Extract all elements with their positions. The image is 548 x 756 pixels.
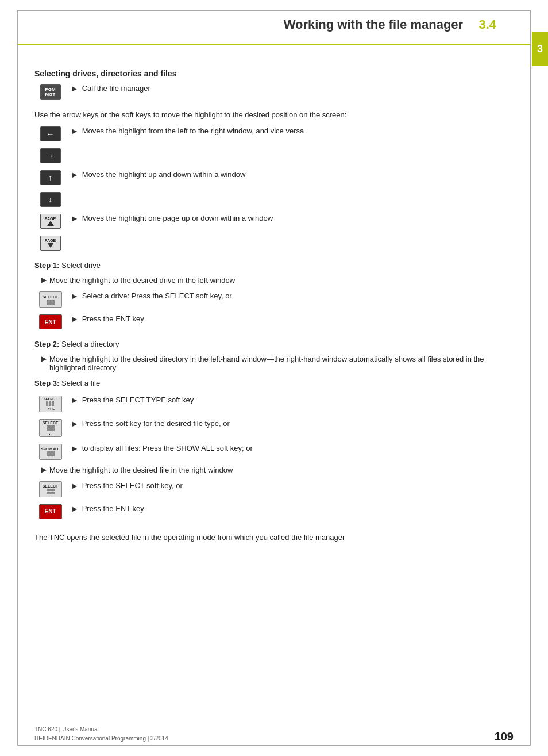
tri-down-icon xyxy=(47,243,54,248)
arrow-up-icon: ↑ xyxy=(34,170,66,185)
pgm-mgt-top: PGM xyxy=(45,87,55,92)
page-up-icon: PAGE xyxy=(34,214,66,229)
page-up-key: PAGE xyxy=(40,214,61,229)
select-type-key: SELECT TYPE xyxy=(39,396,62,412)
step3-showall-row: SHOW ALL ▶ to display all files: Press t… xyxy=(34,443,514,460)
call-file-manager-text: ▶ Call the file manager xyxy=(72,83,514,94)
step1-label: Step 1: xyxy=(34,261,59,270)
page-border-left xyxy=(17,10,18,746)
page-border-right xyxy=(530,10,531,746)
select-type-key-icon: SELECT TYPE xyxy=(34,396,66,412)
show-all-key-icon: SHOW ALL xyxy=(34,444,66,460)
closing-paragraph: The TNC opens the selected file in the o… xyxy=(34,532,514,543)
intro-paragraph: Use the arrow keys or the soft keys to m… xyxy=(34,109,514,121)
footer-publisher: HEIDENHAIN Conversational Programming | … xyxy=(34,734,168,743)
step1-heading: Step 1: Select drive xyxy=(34,260,514,271)
ent-key-icon-1: ENT xyxy=(34,314,66,329)
arrow-right-row: → xyxy=(34,147,514,163)
final-ent-row: ENT ▶ Press the ENT key xyxy=(34,503,514,519)
arrow-right-key: → xyxy=(40,148,61,163)
footer-left: TNC 620 | User's Manual HEIDENHAIN Conve… xyxy=(34,725,168,743)
header-section: 3.4 xyxy=(478,17,496,32)
header-title: Working with the file manager xyxy=(284,17,464,32)
final-ent-text: ▶ Press the ENT key xyxy=(72,503,514,515)
arrow-down-icon: ↓ xyxy=(34,192,66,207)
step3-label: Step 3: xyxy=(34,379,59,387)
footer-product: TNC 620 | User's Manual xyxy=(34,725,168,734)
page-footer: TNC 620 | User's Manual HEIDENHAIN Conve… xyxy=(34,725,514,743)
arrow-up-row: ↑ ▶ Moves the highlight up and down with… xyxy=(34,169,514,185)
step3-select-type-text: ▶ Press the SELECT TYPE soft key xyxy=(72,394,514,406)
page-border-bottom xyxy=(17,745,531,746)
step3-heading: Step 3: Select a file xyxy=(34,378,514,389)
final-select-key-icon: SELECT xyxy=(34,481,66,497)
step3-select-type-row: SELECT TYPE ▶ Press the SELECT TYPE soft… xyxy=(34,394,514,412)
main-content: Selecting drives, directories and files … xyxy=(0,45,548,559)
select-filetype-key-icon: SELECT .I xyxy=(34,419,66,437)
step2-heading: Step 2: Select a directory xyxy=(34,339,514,350)
final-select-row: SELECT ▶ Press the SELECT soft key, or xyxy=(34,480,514,497)
page-border-top xyxy=(17,10,531,11)
ent-key-icon-2: ENT xyxy=(34,504,66,519)
page-up-text: ▶ Moves the highlight one page up or dow… xyxy=(72,213,514,224)
step3-select-row: SELECT .I ▶ Press the soft key for the d… xyxy=(34,418,514,437)
arrow-up-text: ▶ Moves the highlight up and down within… xyxy=(72,169,514,181)
step1-select-row: SELECT ▶ Select a drive: Press the SELEC… xyxy=(34,290,514,308)
page-number: 109 xyxy=(495,730,514,743)
final-select-key: SELECT xyxy=(39,481,62,497)
step1-bullet-row: ▶ Move the highlight to the desired driv… xyxy=(41,276,514,285)
select-key-1: SELECT xyxy=(39,291,62,308)
chapter-tab: 3 xyxy=(532,32,548,66)
select-filetype-key: SELECT .I xyxy=(39,419,62,437)
step1-ent-row: ENT ▶ Press the ENT key xyxy=(34,313,514,329)
step2-bullet-row: ▶ Move the highlight to the desired dire… xyxy=(41,355,514,372)
chapter-number: 3 xyxy=(537,43,543,55)
arrow-left-key: ← xyxy=(40,126,61,141)
arrow-up-key: ↑ xyxy=(40,170,61,185)
step3-showall-text: ▶ to display all files: Press the SHOW A… xyxy=(72,443,514,454)
step3-select-text: ▶ Press the soft key for the desired fil… xyxy=(72,418,514,429)
step1-select-text: ▶ Select a drive: Press the SELECT soft … xyxy=(72,290,514,302)
tri-up-icon xyxy=(47,221,54,226)
ent-key-2: ENT xyxy=(39,504,62,519)
page-down-icon: PAGE xyxy=(34,236,66,251)
pgm-mgt-bot: MGT xyxy=(45,92,56,97)
step3-final-bullet-row: ▶ Move the highlight to the desired file… xyxy=(41,466,514,474)
page-down-key: PAGE xyxy=(40,236,61,251)
arrow-down-row: ↓ xyxy=(34,191,514,207)
page-up-row: PAGE ▶ Moves the highlight one page up o… xyxy=(34,213,514,229)
arrow-left-icon: ← xyxy=(34,126,66,141)
pgm-mgt-key: PGM MGT xyxy=(40,84,61,100)
select-key-icon-1: SELECT xyxy=(34,291,66,308)
pgm-mgt-key-icon: PGM MGT xyxy=(34,84,66,100)
step1-ent-text: ▶ Press the ENT key xyxy=(72,313,514,325)
show-all-key: SHOW ALL xyxy=(39,444,62,460)
arrow-left-row: ← ▶ Moves the highlight from the left to… xyxy=(34,125,514,141)
page-header: Working with the file manager 3.4 xyxy=(17,0,531,45)
arrow-right-icon: → xyxy=(34,148,66,163)
call-file-manager-row: PGM MGT ▶ Call the file manager xyxy=(34,83,514,100)
page-down-row: PAGE xyxy=(34,235,514,251)
arrow-left-text: ▶ Moves the highlight from the left to t… xyxy=(72,125,514,137)
bullet-arrow: ▶ xyxy=(72,83,77,94)
step2-label: Step 2: xyxy=(34,340,59,348)
ent-key-1: ENT xyxy=(39,314,62,329)
section-heading: Selecting drives, directories and files xyxy=(34,69,514,78)
final-select-text: ▶ Press the SELECT soft key, or xyxy=(72,480,514,492)
arrow-down-key: ↓ xyxy=(40,192,61,207)
